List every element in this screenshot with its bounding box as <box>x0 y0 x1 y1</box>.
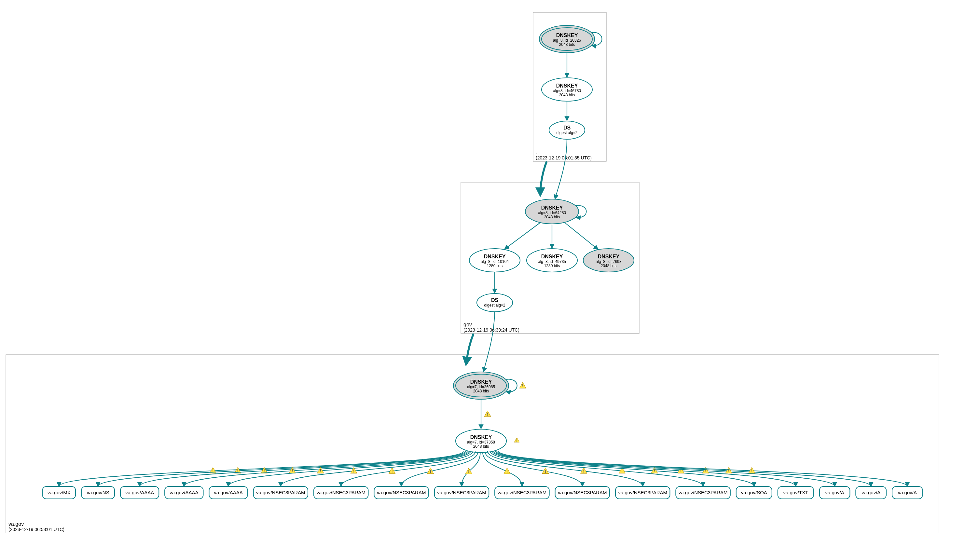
rrset-label: va.gov/NSEC3PARAM <box>558 490 607 495</box>
svg-text:!: ! <box>728 469 729 473</box>
edge-root-to-gov-thick <box>540 162 547 195</box>
svg-text:DNSKEY: DNSKEY <box>541 205 563 211</box>
svg-text:!: ! <box>583 469 584 473</box>
svg-text:!: ! <box>522 384 523 388</box>
warning-icon: ! <box>465 468 472 474</box>
rrset-label: va.gov/NSEC3PARAM <box>377 490 426 495</box>
rrset-label: va.gov/NSEC3PARAM <box>618 490 667 495</box>
svg-text:2048 bits: 2048 bits <box>559 93 575 97</box>
edge-va-zsk-to-rrset <box>494 451 796 487</box>
rrset-node: va.gov/AAAA <box>120 487 159 499</box>
zone-va: va.gov (2023-12-19 06:53:01 UTC) DNSKEY … <box>6 312 939 533</box>
svg-text:digest alg=2: digest alg=2 <box>556 131 577 135</box>
zone-root-timestamp: (2023-12-19 05:01:35 UTC) <box>536 155 592 160</box>
edge-root-ds-to-gov-ksk <box>555 139 567 199</box>
edge-va-zsk-to-rrset <box>497 451 871 487</box>
rrset-label: va.gov/MX <box>47 490 70 495</box>
svg-text:2048 bits: 2048 bits <box>544 215 560 219</box>
svg-text:alg=8, id=20326: alg=8, id=20326 <box>553 38 581 42</box>
rrset-label: va.gov/AAAA <box>125 490 154 495</box>
svg-text:!: ! <box>468 469 469 474</box>
zone-root-name: . <box>536 150 537 155</box>
warning-icon: ! <box>519 382 526 388</box>
node-gov-zsk1: DNSKEY alg=8, id=10104 1280 bits <box>469 248 520 272</box>
rrset-node: va.gov/NSEC3PARAM <box>435 487 489 499</box>
rrset-label: va.gov/AAAA <box>214 490 242 495</box>
edge-va-zsk-to-rrset <box>281 451 473 487</box>
rrset-label: va.gov/NSEC3PARAM <box>679 490 728 495</box>
rrset-label: va.gov/NSEC3PARAM <box>437 490 486 495</box>
warning-icon: ! <box>484 411 491 416</box>
warning-icon: ! <box>749 467 755 473</box>
edge-gov-ksk-to-extra <box>565 222 598 250</box>
rrset-label: va.gov/NSEC3PARAM <box>256 490 305 495</box>
svg-text:!: ! <box>320 469 321 473</box>
rrset-node: va.gov/NSEC3PARAM <box>254 487 308 499</box>
svg-text:DS: DS <box>563 125 571 131</box>
node-gov-extra: DNSKEY alg=8, id=7698 2048 bits <box>583 248 634 272</box>
svg-text:2048 bits: 2048 bits <box>473 444 489 449</box>
svg-text:DNSKEY: DNSKEY <box>484 254 506 260</box>
svg-text:!: ! <box>391 469 393 473</box>
node-root-ds: DS digest alg=2 <box>549 121 585 139</box>
svg-text:alg=8, id=64280: alg=8, id=64280 <box>538 211 566 215</box>
svg-text:DS: DS <box>491 297 499 303</box>
zone-va-timestamp: (2023-12-19 06:53:01 UTC) <box>8 527 64 532</box>
svg-text:1280 bits: 1280 bits <box>544 264 560 268</box>
rrset-label: va.gov/NSEC3PARAM <box>498 490 547 495</box>
rrset-label: va.gov/AAAA <box>170 490 198 495</box>
svg-text:alg=7, id=37358: alg=7, id=37358 <box>467 440 495 444</box>
svg-text:2048 bits: 2048 bits <box>473 389 489 393</box>
svg-text:DNSKEY: DNSKEY <box>556 33 578 38</box>
svg-text:DNSKEY: DNSKEY <box>470 379 492 385</box>
svg-text:!: ! <box>751 469 752 473</box>
rrset-label: va.gov/SOA <box>741 490 767 495</box>
svg-text:!: ! <box>292 469 293 473</box>
edge-va-zsk-to-rrset <box>59 451 464 487</box>
svg-text:!: ! <box>545 469 546 474</box>
svg-text:DNSKEY: DNSKEY <box>470 434 492 440</box>
svg-text:DNSKEY: DNSKEY <box>598 254 620 260</box>
rrset-node: va.gov/A <box>819 487 850 499</box>
svg-text:2048 bits: 2048 bits <box>559 42 575 47</box>
warning-icon: ! <box>725 467 732 473</box>
rrset-node: va.gov/A <box>855 487 886 499</box>
edge-va-zsk-to-rrset <box>184 451 469 487</box>
rrset-node: va.gov/NSEC3PARAM <box>676 487 730 499</box>
svg-text:DNSKEY: DNSKEY <box>556 83 578 88</box>
node-root-ksk: DNSKEY alg=8, id=20326 2048 bits <box>539 25 595 53</box>
node-root-zsk: DNSKEY alg=8, id=46780 2048 bits <box>541 78 592 101</box>
svg-text:!: ! <box>487 412 488 416</box>
edge-gov-ksk-to-zsk1 <box>504 222 540 249</box>
rrset-node: va.gov/NSEC3PARAM <box>615 487 670 499</box>
svg-text:1280 bits: 1280 bits <box>487 264 503 268</box>
node-gov-ds: DS digest alg=2 <box>477 294 513 312</box>
zone-root: . (2023-12-19 05:01:35 UTC) DNSKEY alg=8… <box>533 12 606 162</box>
rrset-label: va.gov/A <box>862 490 880 495</box>
svg-text:digest alg=2: digest alg=2 <box>484 303 505 307</box>
edge-gov-to-va-thick <box>466 333 474 364</box>
svg-text:DNSKEY: DNSKEY <box>541 254 563 260</box>
zone-va-name: va.gov <box>8 521 24 527</box>
svg-text:alg=7, id=36085: alg=7, id=36085 <box>467 385 495 389</box>
svg-text:!: ! <box>621 469 623 473</box>
rrset-label: va.gov/TXT <box>783 490 808 495</box>
warning-icon: ! <box>504 468 510 474</box>
rrset-label: va.gov/NS <box>87 490 109 495</box>
zone-gov: gov (2023-12-19 06:39:24 UTC) DNSKEY alg… <box>461 139 639 333</box>
svg-text:alg=8, id=10104: alg=8, id=10104 <box>481 260 509 264</box>
rrset-node: va.gov/MX <box>42 487 75 499</box>
edge-gov-ds-to-va-ksk <box>483 312 495 372</box>
svg-text:alg=8, id=7698: alg=8, id=7698 <box>595 260 622 264</box>
rrset-node: va.gov/TXT <box>778 487 814 499</box>
node-va-zsk: DNSKEY alg=7, id=37358 2048 bits <box>456 429 506 452</box>
rrset-node: va.gov/AAAA <box>165 487 203 499</box>
svg-text:!: ! <box>516 439 517 442</box>
warning-icon: ! <box>702 467 709 473</box>
svg-text:!: ! <box>430 469 431 474</box>
svg-text:2048 bits: 2048 bits <box>601 264 617 268</box>
zone-gov-name: gov <box>463 322 472 327</box>
node-gov-zsk2: DNSKEY alg=8, id=49735 1280 bits <box>527 248 577 272</box>
rrset-node: va.gov/SOA <box>736 487 772 499</box>
svg-text:!: ! <box>353 469 355 473</box>
